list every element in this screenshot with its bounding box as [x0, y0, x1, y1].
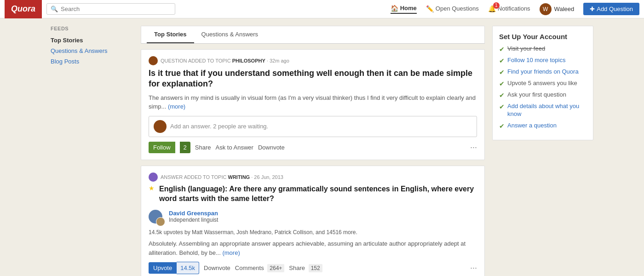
search-icon: 🔍: [51, 6, 58, 12]
account-item-2[interactable]: ✔ Find your friends on Quora: [499, 68, 586, 76]
nav-open-questions[interactable]: ✏️ Open Questions: [426, 5, 479, 13]
post-excerpt-1: The answers in my mind is usually in vis…: [149, 93, 477, 111]
nav-home[interactable]: 🏠 Home: [391, 5, 417, 14]
feed-tabs: Top Stories Questions & Answers: [141, 26, 485, 44]
post-meta-2: ANSWER ADDED TO TOPIC WRITING · 26 Jun, …: [149, 172, 477, 182]
notification-badge: 1: [493, 2, 500, 9]
account-item-6[interactable]: ✔ Answer a question: [499, 122, 586, 130]
share-link-2[interactable]: Share 152: [289, 264, 322, 271]
upvote-button-2[interactable]: Upvote: [149, 262, 177, 274]
downvote-link-2[interactable]: Downvote: [204, 264, 230, 271]
account-item-label-3: Upvote 5 answers you like: [507, 80, 577, 87]
account-item-0: ✔ Visit your feed: [499, 45, 586, 53]
answer-avatar: [154, 120, 167, 133]
account-item-3[interactable]: ✔ Upvote 5 answers you like: [499, 80, 586, 87]
account-item-label-2: Find your friends on Quora: [507, 68, 579, 76]
account-item-4[interactable]: ✔ Ask your first question: [499, 91, 586, 99]
account-item-5[interactable]: ✔ Add details about what you know: [499, 103, 586, 118]
more-options-2[interactable]: ···: [470, 263, 477, 273]
downvote-link-1[interactable]: Downvote: [258, 144, 285, 151]
navbar: Quora 🔍 🏠 Home ✏️ Open Questions 🔔 1 Not…: [0, 0, 644, 18]
account-item-1[interactable]: ✔ Follow 10 more topics: [499, 57, 586, 64]
page-wrapper: FEEDS Top Stories Questions & Answers Bl…: [46, 18, 598, 276]
answer-input-area[interactable]: Add an answer. 2 people are waiting.: [149, 116, 477, 137]
comments-link-2[interactable]: Comments 264+: [235, 264, 285, 271]
post-avatar-2: [149, 172, 158, 182]
post-actions-2: Upvote 14.5k Downvote Comments 264+ Shar…: [149, 262, 477, 274]
post-title-2[interactable]: English (language): Are there any gramma…: [159, 184, 477, 204]
author-avatar-sec: [156, 217, 165, 226]
account-item-label-0: Visit your feed: [507, 45, 545, 53]
upvote-info: 14.5k upvotes by Matt Wasserman, Josh Me…: [149, 229, 477, 236]
feed: Top Stories Questions & Answers QUESTION…: [141, 26, 485, 276]
post-avatar-1: [149, 56, 158, 65]
sidebar-item-blog-posts[interactable]: Blog Posts: [51, 56, 133, 67]
post-more-link-1[interactable]: (more): [168, 103, 185, 110]
search-input[interactable]: [61, 6, 171, 12]
account-card-title: Set Up Your Account: [499, 33, 586, 40]
home-icon: 🏠: [391, 5, 398, 12]
post-meta-1: QUESTION ADDED TO TOPIC PHILOSOPHY · 32m…: [149, 56, 477, 65]
more-options-1[interactable]: ···: [470, 143, 477, 152]
account-item-label-6: Answer a question: [507, 122, 557, 130]
author-info: David Greenspan Independent linguist: [149, 210, 477, 226]
sidebar-item-questions-answers[interactable]: Questions & Answers: [51, 46, 133, 56]
add-question-button[interactable]: ✚ Add Question: [583, 3, 639, 15]
pencil-icon: ✏️: [426, 5, 434, 12]
account-item-label-1: Follow 10 more topics: [507, 57, 565, 64]
account-item-label-4: Ask your first question: [507, 91, 566, 99]
nav-notifications[interactable]: 🔔 1 Notifications: [488, 5, 530, 13]
post-more-link-2[interactable]: (more): [222, 249, 240, 256]
star-icon: ★: [149, 184, 155, 192]
author-name[interactable]: David Greenspan: [169, 210, 218, 217]
author-avatar-stack: [149, 210, 165, 226]
tab-top-stories[interactable]: Top Stories: [147, 26, 194, 43]
plus-icon: ✚: [590, 6, 595, 12]
author-title: Independent linguist: [169, 217, 218, 223]
check-icon-1: ✔: [499, 57, 505, 64]
user-menu[interactable]: W Waleed: [540, 3, 575, 15]
follow-button-1[interactable]: Follow: [149, 142, 175, 153]
navbar-links: 🏠 Home ✏️ Open Questions 🔔 1 Notificatio…: [391, 3, 639, 15]
notifications-wrapper: 🔔 1: [488, 5, 496, 12]
post-title-1[interactable]: Is it true that if you understand someth…: [149, 68, 477, 90]
tab-questions-answers[interactable]: Questions & Answers: [194, 26, 266, 43]
check-icon-4: ✔: [499, 92, 505, 99]
quora-logo[interactable]: Quora: [5, 0, 42, 18]
sidebar: FEEDS Top Stories Questions & Answers Bl…: [51, 26, 133, 276]
upvote-group: Upvote 14.5k: [149, 262, 199, 274]
share-link-1[interactable]: Share: [195, 144, 211, 151]
sidebar-item-top-stories[interactable]: Top Stories: [51, 35, 133, 46]
search-bar[interactable]: 🔍: [46, 3, 175, 15]
feeds-label: FEEDS: [51, 26, 133, 31]
post-card-2: ANSWER ADDED TO TOPIC WRITING · 26 Jun, …: [141, 166, 485, 276]
account-item-label-5: Add details about what you know: [507, 103, 586, 118]
follow-count-1[interactable]: 2: [180, 142, 190, 153]
right-sidebar: Set Up Your Account ✔ Visit your feed ✔ …: [492, 26, 593, 276]
check-icon-0: ✔: [499, 46, 505, 53]
post-actions-1: Follow2 Share Ask to Answer Downvote ···: [149, 142, 477, 153]
avatar: W: [540, 3, 552, 15]
account-card: Set Up Your Account ✔ Visit your feed ✔ …: [492, 26, 593, 140]
check-icon-6: ✔: [499, 122, 505, 130]
upvote-count-2[interactable]: 14.5k: [177, 262, 199, 274]
check-icon-5: ✔: [499, 103, 505, 110]
post-excerpt-2: Absolutely. Assembling an appropriate an…: [149, 239, 477, 257]
answer-placeholder: Add an answer. 2 people are waiting.: [170, 123, 268, 130]
check-icon-2: ✔: [499, 69, 505, 76]
post-card-1: QUESTION ADDED TO TOPIC PHILOSOPHY · 32m…: [141, 49, 485, 160]
check-icon-3: ✔: [499, 80, 505, 87]
ask-to-answer-link-1[interactable]: Ask to Answer: [216, 144, 253, 151]
